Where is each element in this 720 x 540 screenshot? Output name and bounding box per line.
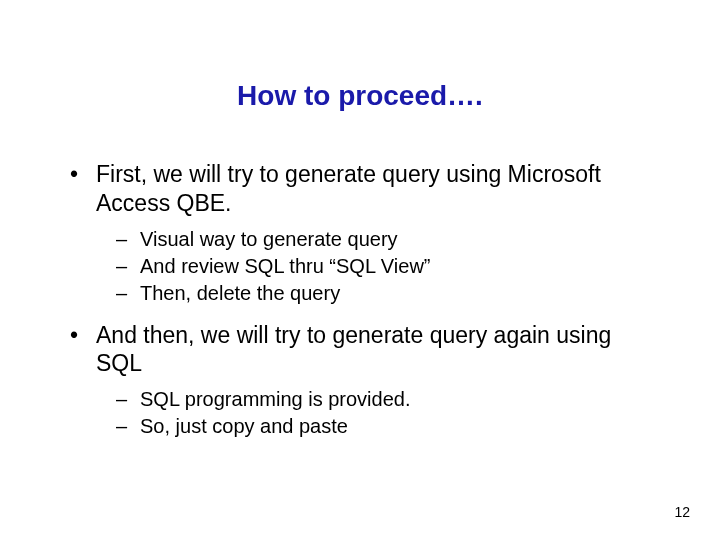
sub-item: – Visual way to generate query (116, 226, 660, 253)
sub-text: Visual way to generate query (140, 226, 398, 253)
sub-text: And review SQL thru “SQL View” (140, 253, 431, 280)
slide-title: How to proceed…. (0, 80, 720, 112)
sub-list: – Visual way to generate query – And rev… (70, 226, 660, 307)
dash-marker: – (116, 253, 140, 280)
slide-content: • First, we will try to generate query u… (0, 160, 720, 440)
sub-item: – Then, delete the query (116, 280, 660, 307)
sub-text: Then, delete the query (140, 280, 340, 307)
bullet-item: • And then, we will try to generate quer… (70, 321, 660, 379)
sub-item: – SQL programming is provided. (116, 386, 660, 413)
bullet-text: First, we will try to generate query usi… (96, 160, 660, 218)
bullet-item: • First, we will try to generate query u… (70, 160, 660, 218)
sub-text: SQL programming is provided. (140, 386, 411, 413)
page-number: 12 (674, 504, 690, 520)
bullet-marker: • (70, 321, 96, 379)
bullet-marker: • (70, 160, 96, 218)
sub-list: – SQL programming is provided. – So, jus… (70, 386, 660, 440)
sub-text: So, just copy and paste (140, 413, 348, 440)
dash-marker: – (116, 386, 140, 413)
dash-marker: – (116, 280, 140, 307)
dash-marker: – (116, 413, 140, 440)
dash-marker: – (116, 226, 140, 253)
sub-item: – And review SQL thru “SQL View” (116, 253, 660, 280)
bullet-text: And then, we will try to generate query … (96, 321, 660, 379)
sub-item: – So, just copy and paste (116, 413, 660, 440)
